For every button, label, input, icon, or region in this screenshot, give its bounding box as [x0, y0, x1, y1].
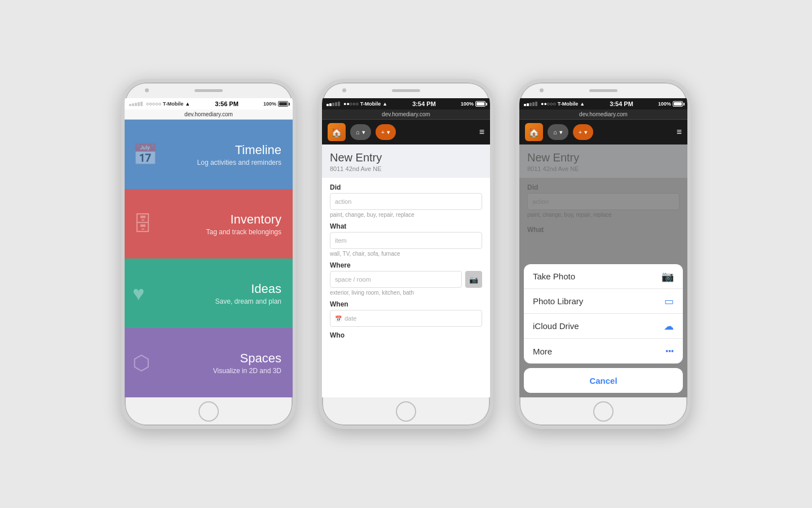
status-bar-left: ○○○○○ T-Mobile ▲ [129, 101, 190, 107]
app-header: 🏠 ⌂ ▾ + ▾ ≡ [322, 120, 490, 144]
action-input[interactable]: action [330, 193, 482, 210]
photo-library-label: Photo Library [533, 296, 583, 306]
address-bar[interactable]: dev.homediary.com [322, 110, 490, 120]
camera-icon: 📷 [661, 270, 674, 283]
home-button[interactable] [396, 401, 416, 422]
speaker [392, 89, 420, 92]
add-button[interactable]: + ▾ [376, 124, 396, 140]
menu-item-inventory[interactable]: 🗄 Inventory Tag and track belongings [125, 189, 293, 259]
battery-fill [674, 102, 682, 106]
app-header: 🏠 ⌂ ▾ + ▾ ≡ [519, 120, 687, 144]
home-button[interactable] [593, 401, 614, 422]
action-photo-library[interactable]: Photo Library ▭ [524, 289, 683, 314]
status-bar-right: 100% [461, 101, 486, 107]
what-hint: wall, TV, chair, sofa, furnace [330, 251, 482, 257]
menu-title-timeline: Timeline [235, 143, 281, 157]
action-more[interactable]: More ••• [524, 339, 683, 364]
where-input-group: space / room 📷 [330, 271, 482, 288]
form-body: Did action paint, change, buy, repair, r… [322, 178, 490, 397]
date-input[interactable]: 📅 date [330, 310, 482, 327]
carrier-label: ●●○○○ T-Mobile [541, 101, 578, 107]
app-logo: 🏠 [328, 123, 346, 141]
form-title: New Entry [330, 151, 482, 164]
address-text: dev.homediary.com [579, 111, 628, 117]
menu-title-spaces: Spaces [240, 351, 281, 366]
status-bar-right: 100% [263, 101, 288, 107]
wifi-icon: ▲ [580, 101, 585, 107]
cancel-label: Cancel [589, 376, 617, 386]
form-address: 8011 42nd Ave NE [330, 165, 482, 172]
action-take-photo[interactable]: Take Photo 📷 [524, 264, 683, 289]
app-logo: 🏠 [525, 123, 543, 141]
menu-subtitle-spaces: Visualize in 2D and 3D [213, 367, 281, 375]
battery-icon [475, 101, 486, 107]
phone2-top [322, 82, 490, 98]
action-sheet-menu: Take Photo 📷 Photo Library ▭ iCloud Driv… [524, 264, 683, 364]
battery-label: 100% [658, 101, 671, 107]
home-button[interactable] [198, 401, 219, 422]
battery-fill [279, 102, 287, 106]
address-bar[interactable]: dev.homediary.com [519, 110, 687, 120]
battery-icon [278, 101, 288, 107]
action-placeholder: action [335, 198, 351, 205]
action-cancel-button[interactable]: Cancel [524, 368, 683, 393]
signal-icon [524, 102, 537, 106]
menu-title-ideas: Ideas [251, 282, 281, 296]
menu-subtitle-ideas: Save, dream and plan [215, 297, 281, 305]
home-button[interactable]: ⌂ ▾ [548, 124, 568, 140]
phone2-bottom [322, 397, 490, 426]
address-bar[interactable]: dev.homediary.com [125, 110, 293, 120]
item-placeholder: item [335, 237, 347, 244]
form-header: New Entry 8011 42nd Ave NE [322, 144, 490, 178]
take-photo-label: Take Photo [533, 271, 575, 281]
chevron-down-icon: ▾ [387, 129, 390, 136]
menu-icon[interactable]: ≡ [677, 127, 682, 137]
home-icon: ⌂ [553, 129, 557, 135]
phone3: ●●○○○ T-Mobile ▲ 3:54 PM 100% dev.homedi… [516, 79, 691, 429]
menu-item-ideas[interactable]: ♥ Ideas Save, dream and plan [125, 259, 293, 328]
address-text: dev.homediary.com [184, 111, 233, 117]
menu-item-spaces[interactable]: ⬡ Spaces Visualize in 2D and 3D [125, 328, 293, 397]
who-field: Who [330, 331, 482, 339]
menu-item-timeline[interactable]: 📅 Timeline Log activities and reminders [125, 120, 293, 189]
what-label: What [330, 222, 482, 230]
phone1-top [125, 82, 293, 98]
battery-label: 100% [461, 101, 474, 107]
status-bar: ○○○○○ T-Mobile ▲ 3:56 PM 100% [125, 98, 293, 110]
menu-subtitle-timeline: Log activities and reminders [197, 159, 281, 167]
wifi-icon: ▲ [382, 101, 387, 107]
cloud-icon: ☁ [664, 320, 674, 332]
when-label: When [330, 300, 482, 308]
phone2-screen: ●●○○○ T-Mobile ▲ 3:54 PM 100% dev.homedi… [322, 98, 490, 397]
menu-icon[interactable]: ≡ [479, 127, 484, 137]
when-field: When 📅 date [330, 300, 482, 327]
wifi-icon: ▲ [185, 101, 190, 107]
where-field: Where space / room 📷 exterior, living ro… [330, 261, 482, 296]
add-button[interactable]: + ▾ [573, 124, 593, 140]
camera-button[interactable]: 📷 [465, 271, 482, 288]
date-placeholder: date [345, 315, 356, 322]
who-label: Who [330, 331, 482, 339]
action-icloud-drive[interactable]: iCloud Drive ☁ [524, 314, 683, 339]
action-sheet: Take Photo 📷 Photo Library ▭ iCloud Driv… [519, 264, 687, 397]
speaker [589, 89, 617, 92]
room-input[interactable]: space / room [330, 271, 462, 288]
menu-content: 📅 Timeline Log activities and reminders … [125, 120, 293, 397]
signal-icon [326, 102, 340, 106]
phone2: ●●○○○ T-Mobile ▲ 3:54 PM 100% dev.homedi… [319, 79, 493, 429]
inventory-icon: 🗄 [133, 212, 153, 236]
did-field: Did action paint, change, buy, repair, r… [330, 183, 482, 218]
status-bar: ●●○○○ T-Mobile ▲ 3:54 PM 100% [322, 98, 490, 110]
phone3-top [519, 82, 687, 98]
phone3-bottom [519, 397, 687, 426]
item-input[interactable]: item [330, 232, 482, 249]
room-placeholder: space / room [335, 276, 371, 283]
battery-icon [673, 101, 683, 107]
calendar-icon: 📅 [335, 316, 342, 322]
home-icon: ⌂ [356, 129, 360, 135]
icloud-label: iCloud Drive [533, 321, 579, 331]
plus-icon: + [579, 129, 582, 135]
home-button[interactable]: ⌂ ▾ [350, 124, 371, 140]
where-label: Where [330, 261, 482, 269]
more-icon: ••• [665, 347, 674, 356]
